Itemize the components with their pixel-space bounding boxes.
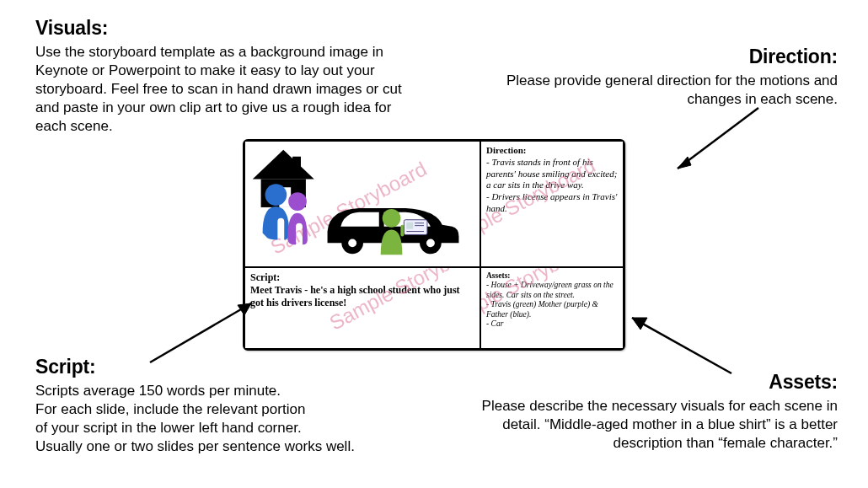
storyboard-visual-cell: Sample Storyboard	[244, 141, 480, 267]
callout-direction-body: Please provide general direction for the…	[475, 72, 838, 109]
storyboard-assets-cell: Sample Storyboard Assets: - House + Driv…	[480, 267, 624, 349]
direction-body: - Travis stands in front of his parents'…	[486, 157, 617, 213]
svg-point-9	[426, 239, 435, 247]
svg-rect-13	[406, 223, 413, 229]
svg-line-21	[632, 318, 731, 373]
script-label: Script:	[250, 271, 280, 283]
callout-direction: Direction: Please provide general direct…	[475, 46, 838, 109]
callout-assets-body: Please describe the necessary visuals fo…	[467, 397, 838, 453]
scene-illustration	[245, 142, 480, 266]
svg-marker-18	[678, 157, 691, 169]
direction-label: Direction:	[486, 145, 526, 155]
svg-point-10	[383, 209, 401, 228]
callout-visuals: Visuals: Use the storyboard template as …	[35, 17, 406, 136]
storyboard-direction-cell: Sample Storyboard Direction: - Travis st…	[480, 141, 624, 267]
callout-script-body: Scripts average 150 words per minute. Fo…	[35, 382, 372, 456]
callout-visuals-heading: Visuals:	[35, 17, 406, 40]
assets-label: Assets:	[486, 271, 511, 280]
svg-point-7	[348, 239, 356, 247]
arrow-assets	[624, 308, 742, 383]
mother-icon	[287, 192, 308, 244]
svg-line-19	[150, 303, 251, 362]
assets-body: - House + Driveway/green grass on the si…	[486, 281, 613, 328]
storyboard-script-cell: Sample Storyboard Script: Meet Travis - …	[244, 267, 480, 349]
watermark-text: Sample Storyboard	[325, 267, 480, 335]
father-icon	[263, 184, 290, 239]
license-card-icon	[404, 220, 427, 235]
svg-rect-2	[292, 157, 301, 172]
callout-visuals-body: Use the storyboard template as a backgro…	[35, 43, 406, 136]
svg-rect-11	[400, 225, 404, 237]
svg-point-4	[265, 184, 287, 206]
svg-line-17	[678, 108, 758, 169]
script-body: Meet Travis - he's a high school student…	[250, 284, 460, 308]
callout-direction-heading: Direction:	[475, 46, 838, 68]
storyboard-card: Sample Storyboard	[243, 139, 625, 351]
svg-marker-22	[632, 318, 647, 330]
svg-point-5	[288, 192, 307, 211]
arrow-direction	[666, 101, 775, 185]
svg-marker-0	[253, 150, 314, 180]
arrow-script	[143, 295, 270, 371]
